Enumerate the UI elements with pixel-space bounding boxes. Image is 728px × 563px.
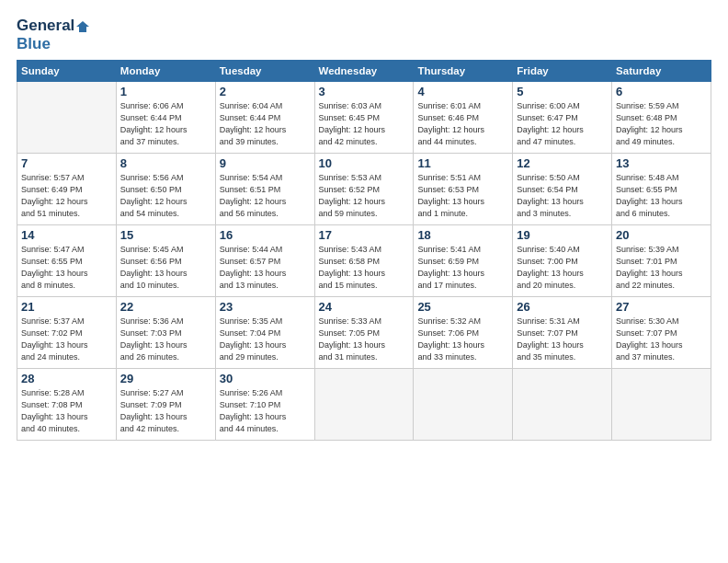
day-cell: 16Sunrise: 5:44 AM Sunset: 6:57 PM Dayli… bbox=[215, 225, 314, 297]
day-info: Sunrise: 5:50 AM Sunset: 6:54 PM Dayligh… bbox=[517, 172, 608, 220]
day-info: Sunrise: 5:30 AM Sunset: 7:07 PM Dayligh… bbox=[616, 316, 707, 363]
day-cell bbox=[612, 369, 711, 441]
logo-text-blue: Blue bbox=[17, 35, 51, 53]
day-number: 30 bbox=[220, 372, 311, 385]
header-cell-thursday: Thursday bbox=[414, 61, 513, 82]
day-info: Sunrise: 6:06 AM Sunset: 6:44 PM Dayligh… bbox=[120, 100, 211, 148]
day-number: 18 bbox=[417, 228, 508, 242]
day-number: 11 bbox=[417, 156, 508, 170]
logo: General Blue bbox=[17, 17, 89, 52]
day-number: 25 bbox=[417, 300, 508, 314]
header-row: SundayMondayTuesdayWednesdayThursdayFrid… bbox=[17, 61, 711, 82]
day-number: 15 bbox=[120, 228, 211, 242]
week-row-5: 28Sunrise: 5:28 AM Sunset: 7:08 PM Dayli… bbox=[17, 369, 711, 441]
day-info: Sunrise: 5:40 AM Sunset: 7:00 PM Dayligh… bbox=[517, 244, 608, 292]
header-cell-saturday: Saturday bbox=[612, 61, 711, 82]
day-info: Sunrise: 5:43 AM Sunset: 6:58 PM Dayligh… bbox=[319, 244, 410, 292]
day-cell: 29Sunrise: 5:27 AM Sunset: 7:09 PM Dayli… bbox=[116, 369, 215, 441]
day-cell: 28Sunrise: 5:28 AM Sunset: 7:08 PM Dayli… bbox=[17, 369, 117, 441]
header-cell-friday: Friday bbox=[513, 61, 612, 82]
day-number: 2 bbox=[220, 85, 311, 98]
day-info: Sunrise: 5:44 AM Sunset: 6:57 PM Dayligh… bbox=[220, 244, 311, 292]
day-number: 23 bbox=[220, 300, 311, 314]
day-number: 7 bbox=[21, 156, 112, 170]
calendar-table: SundayMondayTuesdayWednesdayThursdayFrid… bbox=[17, 60, 711, 441]
week-row-2: 7Sunrise: 5:57 AM Sunset: 6:49 PM Daylig… bbox=[17, 154, 711, 225]
day-cell bbox=[513, 369, 612, 441]
day-number: 17 bbox=[319, 228, 410, 242]
day-cell: 2Sunrise: 6:04 AM Sunset: 6:44 PM Daylig… bbox=[215, 82, 314, 154]
svg-marker-0 bbox=[76, 21, 89, 32]
day-cell: 27Sunrise: 5:30 AM Sunset: 7:07 PM Dayli… bbox=[612, 297, 711, 369]
day-info: Sunrise: 5:47 AM Sunset: 6:55 PM Dayligh… bbox=[21, 244, 112, 292]
page-header: General Blue bbox=[17, 17, 711, 52]
day-number: 16 bbox=[220, 228, 311, 242]
day-cell bbox=[17, 82, 117, 154]
day-number: 10 bbox=[319, 156, 410, 170]
logo-mark: General Blue bbox=[17, 17, 89, 52]
day-cell: 19Sunrise: 5:40 AM Sunset: 7:00 PM Dayli… bbox=[513, 225, 612, 297]
day-number: 28 bbox=[21, 372, 112, 385]
day-info: Sunrise: 5:32 AM Sunset: 7:06 PM Dayligh… bbox=[417, 316, 508, 363]
week-row-1: 1Sunrise: 6:06 AM Sunset: 6:44 PM Daylig… bbox=[17, 82, 711, 154]
day-info: Sunrise: 5:39 AM Sunset: 7:01 PM Dayligh… bbox=[616, 244, 707, 292]
day-number: 14 bbox=[21, 228, 112, 242]
day-info: Sunrise: 5:41 AM Sunset: 6:59 PM Dayligh… bbox=[417, 244, 508, 292]
day-number: 12 bbox=[517, 156, 608, 170]
week-row-3: 14Sunrise: 5:47 AM Sunset: 6:55 PM Dayli… bbox=[17, 225, 711, 297]
day-cell: 23Sunrise: 5:35 AM Sunset: 7:04 PM Dayli… bbox=[215, 297, 314, 369]
day-cell: 15Sunrise: 5:45 AM Sunset: 6:56 PM Dayli… bbox=[116, 225, 215, 297]
day-cell: 12Sunrise: 5:50 AM Sunset: 6:54 PM Dayli… bbox=[513, 154, 612, 225]
day-cell: 8Sunrise: 5:56 AM Sunset: 6:50 PM Daylig… bbox=[116, 154, 215, 225]
day-info: Sunrise: 5:35 AM Sunset: 7:04 PM Dayligh… bbox=[220, 316, 311, 363]
day-number: 8 bbox=[120, 156, 211, 170]
day-cell: 20Sunrise: 5:39 AM Sunset: 7:01 PM Dayli… bbox=[612, 225, 711, 297]
day-info: Sunrise: 5:36 AM Sunset: 7:03 PM Dayligh… bbox=[120, 316, 211, 363]
day-number: 27 bbox=[616, 300, 707, 314]
day-info: Sunrise: 6:00 AM Sunset: 6:47 PM Dayligh… bbox=[517, 100, 608, 148]
day-number: 3 bbox=[319, 85, 410, 98]
day-number: 20 bbox=[616, 228, 707, 242]
day-info: Sunrise: 5:48 AM Sunset: 6:55 PM Dayligh… bbox=[616, 172, 707, 220]
day-cell bbox=[414, 369, 513, 441]
header-cell-tuesday: Tuesday bbox=[215, 61, 314, 82]
day-info: Sunrise: 6:01 AM Sunset: 6:46 PM Dayligh… bbox=[417, 100, 508, 148]
day-cell: 6Sunrise: 5:59 AM Sunset: 6:48 PM Daylig… bbox=[612, 82, 711, 154]
day-cell: 24Sunrise: 5:33 AM Sunset: 7:05 PM Dayli… bbox=[314, 297, 414, 369]
day-cell: 14Sunrise: 5:47 AM Sunset: 6:55 PM Dayli… bbox=[17, 225, 117, 297]
header-cell-sunday: Sunday bbox=[17, 61, 117, 82]
day-info: Sunrise: 5:59 AM Sunset: 6:48 PM Dayligh… bbox=[616, 100, 707, 148]
header-cell-monday: Monday bbox=[116, 61, 215, 82]
day-number: 24 bbox=[319, 300, 410, 314]
day-cell: 1Sunrise: 6:06 AM Sunset: 6:44 PM Daylig… bbox=[116, 82, 215, 154]
day-cell: 30Sunrise: 5:26 AM Sunset: 7:10 PM Dayli… bbox=[215, 369, 314, 441]
day-number: 9 bbox=[220, 156, 311, 170]
day-cell: 18Sunrise: 5:41 AM Sunset: 6:59 PM Dayli… bbox=[414, 225, 513, 297]
day-info: Sunrise: 5:54 AM Sunset: 6:51 PM Dayligh… bbox=[220, 172, 311, 220]
day-number: 22 bbox=[120, 300, 211, 314]
day-cell: 5Sunrise: 6:00 AM Sunset: 6:47 PM Daylig… bbox=[513, 82, 612, 154]
day-info: Sunrise: 6:04 AM Sunset: 6:44 PM Dayligh… bbox=[220, 100, 311, 148]
day-cell: 4Sunrise: 6:01 AM Sunset: 6:46 PM Daylig… bbox=[414, 82, 513, 154]
day-info: Sunrise: 6:03 AM Sunset: 6:45 PM Dayligh… bbox=[319, 100, 410, 148]
day-number: 6 bbox=[616, 85, 707, 98]
day-number: 29 bbox=[120, 372, 211, 385]
day-info: Sunrise: 5:57 AM Sunset: 6:49 PM Dayligh… bbox=[21, 172, 112, 220]
day-cell: 25Sunrise: 5:32 AM Sunset: 7:06 PM Dayli… bbox=[414, 297, 513, 369]
day-number: 19 bbox=[517, 228, 608, 242]
day-info: Sunrise: 5:51 AM Sunset: 6:53 PM Dayligh… bbox=[417, 172, 508, 220]
day-info: Sunrise: 5:28 AM Sunset: 7:08 PM Dayligh… bbox=[21, 387, 112, 435]
day-cell: 21Sunrise: 5:37 AM Sunset: 7:02 PM Dayli… bbox=[17, 297, 117, 369]
day-info: Sunrise: 5:27 AM Sunset: 7:09 PM Dayligh… bbox=[120, 387, 211, 435]
logo-arrow bbox=[76, 21, 89, 32]
logo-text-general: General bbox=[17, 17, 89, 35]
day-number: 5 bbox=[517, 85, 608, 98]
day-number: 26 bbox=[517, 300, 608, 314]
day-cell: 13Sunrise: 5:48 AM Sunset: 6:55 PM Dayli… bbox=[612, 154, 711, 225]
day-cell: 26Sunrise: 5:31 AM Sunset: 7:07 PM Dayli… bbox=[513, 297, 612, 369]
day-cell: 22Sunrise: 5:36 AM Sunset: 7:03 PM Dayli… bbox=[116, 297, 215, 369]
day-number: 4 bbox=[417, 85, 508, 98]
day-cell: 9Sunrise: 5:54 AM Sunset: 6:51 PM Daylig… bbox=[215, 154, 314, 225]
day-cell: 17Sunrise: 5:43 AM Sunset: 6:58 PM Dayli… bbox=[314, 225, 414, 297]
day-cell: 10Sunrise: 5:53 AM Sunset: 6:52 PM Dayli… bbox=[314, 154, 414, 225]
